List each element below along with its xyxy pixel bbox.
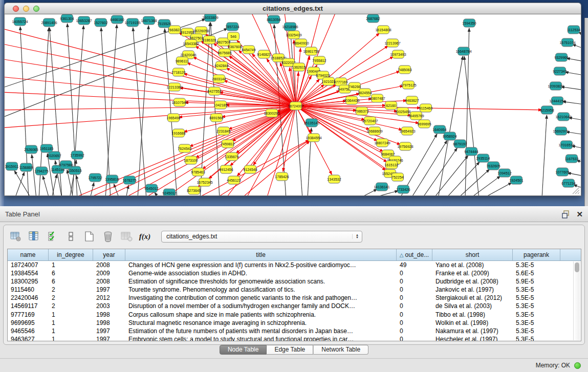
cell-title[interactable]: Estimation of significance thresholds fo…	[125, 277, 397, 286]
graph-node[interactable]: 1735992	[70, 151, 84, 159]
window-resize-grip[interactable]	[571, 186, 580, 195]
table-vertical-scrollbar[interactable]	[573, 261, 580, 340]
graph-node[interactable]: 16033809	[202, 14, 218, 21]
graph-node[interactable]: 15692971	[553, 127, 569, 135]
graph-node[interactable]: 1733426	[396, 185, 410, 193]
graph-node[interactable]: 17975125	[400, 81, 416, 89]
table-selector-dropdown[interactable]: citations_edges.txt ▲▼	[161, 231, 362, 243]
graph-node[interactable]: 1077605	[555, 168, 569, 176]
cell-name[interactable]: 9115460	[8, 286, 49, 294]
cell-title[interactable]: Estimation of the future numbers of pati…	[125, 327, 397, 335]
graph-node[interactable]: 9146821	[257, 50, 271, 58]
cell-year[interactable]: 1997	[93, 327, 125, 335]
network-graph[interactable]: 1872400776638228912955182260589827503165…	[5, 14, 581, 195]
graph-node[interactable]: 9124548	[243, 165, 257, 173]
cell-name[interactable]: 18300295	[8, 277, 49, 286]
graph-node[interactable]: 8813054	[267, 15, 280, 24]
graph-node[interactable]: 1916688	[171, 129, 185, 137]
table-row[interactable]: 2242004622012Investigating the contribut…	[8, 294, 573, 302]
graph-node[interactable]: 3915911	[5, 162, 19, 170]
cell-year[interactable]: 1998	[93, 319, 125, 327]
table-row[interactable]: 946554611997Estimation of the future num…	[8, 327, 573, 335]
graph-node[interactable]: 14055724	[12, 17, 28, 26]
cell-title[interactable]: Disruption of a novel member of a sodium…	[125, 302, 397, 310]
graph-node[interactable]: 1042185	[213, 101, 227, 109]
graph-node[interactable]: 16210643	[555, 113, 571, 121]
cell-out_de[interactable]: 0	[397, 311, 432, 319]
cell-name[interactable]: 22420046	[8, 294, 49, 302]
graph-node[interactable]: 2231845	[216, 127, 230, 135]
graph-node[interactable]: 9896111	[176, 57, 189, 65]
graph-node[interactable]: 9545012	[144, 184, 158, 192]
collapsed-side-panel-edge[interactable]	[584, 18, 588, 206]
column-header-year[interactable]: year	[93, 249, 125, 260]
graph-node[interactable]: 8273645	[187, 186, 201, 194]
cell-year[interactable]: 2008	[93, 261, 125, 269]
graph-node[interactable]: 6466160	[110, 15, 124, 24]
graph-node[interactable]: 10807487	[369, 94, 385, 102]
graph-node[interactable]: 1362615	[292, 63, 306, 71]
graph-node[interactable]: 7459812	[221, 140, 234, 148]
cell-out_de[interactable]: 0	[397, 277, 432, 286]
graph-node[interactable]: 18807249	[374, 139, 390, 147]
cell-pagerank[interactable]: 5.3E-5	[513, 302, 560, 310]
graph-node[interactable]: 8427552	[207, 87, 221, 95]
cell-title[interactable]: Structural magnetic resonance image aver…	[125, 319, 397, 327]
graph-node[interactable]: 1951185	[40, 144, 54, 152]
graph-node[interactable]: 1965498	[166, 114, 180, 122]
graph-node[interactable]: 3675685	[217, 49, 231, 57]
cell-in_degree[interactable]: 1	[49, 327, 93, 335]
cell-pagerank[interactable]: 5.6E-5	[513, 269, 560, 277]
graph-node[interactable]: 1615132	[384, 161, 398, 169]
column-header-title[interactable]: title	[125, 249, 397, 260]
cell-short[interactable]: Yano et al. (2008)	[432, 261, 513, 269]
create-column-icon[interactable]	[83, 230, 96, 243]
cell-pagerank[interactable]: 5.9E-5	[513, 277, 560, 286]
graph-node[interactable]: 19654923	[399, 127, 415, 135]
graph-node[interactable]: 16752345	[197, 178, 212, 186]
graph-node[interactable]: 6879197	[453, 140, 467, 148]
graph-node[interactable]: 62160	[385, 101, 397, 110]
graph-node[interactable]: 1527602	[94, 18, 107, 27]
graph-node[interactable]: 7857224	[225, 23, 239, 31]
graph-node[interactable]: 7986372	[355, 107, 368, 115]
graph-node[interactable]: 19384554	[306, 134, 321, 142]
cell-title[interactable]: Investigating the contribution of common…	[125, 294, 397, 302]
cell-name[interactable]: 19384554	[8, 269, 49, 277]
cell-out_de[interactable]: 0	[397, 335, 432, 341]
graph-node[interactable]: 8958924	[443, 132, 456, 140]
graph-node[interactable]: 7485063	[398, 65, 411, 74]
graph-node[interactable]: 752254	[391, 173, 403, 181]
table-row[interactable]: 1872400712008Changes of HCN gene express…	[8, 261, 573, 269]
cell-short[interactable]: Jankovic et al. (1997)	[432, 286, 513, 294]
graph-node[interactable]: 18300295	[264, 109, 279, 117]
cell-title[interactable]: Corpus callosum shape and size in male p…	[125, 311, 397, 319]
delete-table-icon[interactable]	[120, 230, 133, 243]
graph-node[interactable]: 17016514	[558, 141, 574, 149]
graph-node[interactable]: 15751074	[559, 38, 575, 47]
graph-node[interactable]: 13325419	[286, 31, 301, 39]
graph-node[interactable]: 10973493	[390, 50, 406, 58]
cell-in_degree[interactable]: 6	[49, 269, 93, 277]
cell-short[interactable]: Tibbo et al. (1998)	[432, 311, 513, 319]
cell-pagerank[interactable]: 5.3E-5	[513, 319, 560, 327]
graph-node[interactable]: 1112534	[567, 26, 580, 34]
graph-node[interactable]: 20364436	[343, 96, 359, 104]
graph-node[interactable]: 1873100	[184, 156, 198, 164]
cell-in_degree[interactable]: 2	[49, 302, 93, 310]
cell-year[interactable]: 2008	[93, 277, 125, 286]
cell-pagerank[interactable]: 5.3E-5	[513, 327, 560, 335]
cell-pagerank[interactable]: 5.3E-5	[513, 261, 560, 269]
graph-node[interactable]: 10688609	[366, 127, 382, 135]
close-window-button[interactable]	[13, 6, 19, 12]
cell-name[interactable]: 9777169	[8, 311, 49, 319]
cell-pagerank[interactable]: 5.5E-5	[513, 294, 560, 302]
table-row[interactable]: 969969511998Structural magnetic resonanc…	[8, 319, 573, 327]
cell-year[interactable]: 2003	[93, 302, 125, 310]
graph-node[interactable]: 1156869	[19, 163, 33, 171]
graph-node[interactable]: 9242844	[214, 61, 228, 70]
cell-in_degree[interactable]: 1	[49, 261, 93, 269]
cell-short[interactable]: de Silva et al. (2003)	[432, 302, 513, 310]
graph-node[interactable]: 1785426	[275, 172, 289, 181]
row-height-icon[interactable]	[65, 230, 77, 243]
